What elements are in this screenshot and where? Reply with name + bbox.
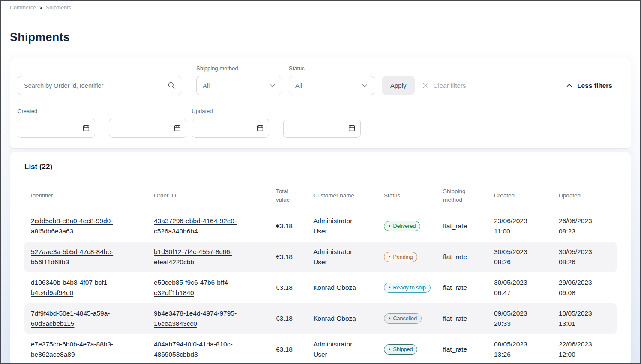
status-badge: Delivered [384, 221, 420, 231]
close-icon [422, 81, 430, 90]
table-row: d106340b-b4b8-4f07-bcf1-b4e4d9af94e0 e50… [24, 272, 617, 303]
status-badge: Pending [384, 252, 417, 262]
apply-button[interactable]: Apply [382, 76, 415, 95]
search-input[interactable] [18, 76, 181, 95]
created-label: Created [18, 107, 186, 115]
column-header-status: Status [384, 191, 443, 200]
identifier-link[interactable]: e7e375cb-6b0b-4e7a-88b3-be862ace8a89 [31, 340, 113, 358]
order-id-link[interactable]: 43a37296-ebbd-4164-92e0-c526a340b6b4 [154, 217, 237, 235]
column-header-created: Created [494, 191, 559, 200]
updated-datetime: 26/06/202308:23 [559, 216, 610, 236]
order-id-link[interactable]: b1d30f12-7f4c-4557-8c66-efeaf4220cbb [154, 248, 232, 266]
column-header-customer-name: Customer name [313, 191, 384, 200]
identifier-link[interactable]: 527aae3a-5b5d-47c8-84be-b56f11d6ffb3 [31, 248, 113, 266]
chevron-up-icon [566, 82, 573, 89]
customer-name: Administrator User [313, 216, 365, 236]
created-datetime: 09/05/202320:33 [494, 308, 559, 329]
clear-filters-label: Clear filters [434, 82, 466, 89]
customer-name: Administrator User [313, 247, 365, 267]
calendar-icon [348, 124, 356, 132]
column-header-updated: Updated [559, 191, 610, 200]
calendar-icon [256, 124, 264, 132]
created-to-field [109, 119, 186, 138]
column-header-identifier: Identifier [31, 191, 154, 200]
shipping-method: flat_rate [443, 346, 494, 353]
clear-filters-button[interactable]: Clear filters [422, 76, 466, 95]
updated-datetime: 10/05/202313:01 [559, 308, 610, 329]
chevron-down-icon [361, 82, 368, 89]
column-header-total-value: Total value [276, 187, 296, 204]
breadcrumb-item-shipments: Shipments [46, 5, 71, 11]
breadcrumb: Commerce > Shipments [1, 1, 640, 11]
order-id-link[interactable]: 9b4e3478-1e4d-4974-9795-16cea3843cc0 [154, 310, 237, 327]
updated-datetime: 29/06/202309:08 [559, 277, 610, 298]
customer-name: Konrad Oboza [313, 313, 365, 324]
status-filter: Status All [289, 64, 374, 95]
created-datetime: 30/05/202308:26 [494, 247, 559, 267]
shipping-method-label: Shipping method [196, 64, 282, 72]
breadcrumb-item-commerce[interactable]: Commerce [10, 5, 36, 11]
calendar-icon [82, 124, 90, 132]
updated-from-field [192, 119, 269, 138]
total-value: €3.18 [276, 222, 313, 230]
breadcrumb-separator-icon: > [39, 5, 42, 10]
created-datetime: 23/06/202311:00 [494, 216, 559, 236]
shipping-method: flat_rate [443, 284, 494, 292]
status-badge: Cancelled [384, 313, 422, 324]
list-title: List (22) [10, 152, 631, 171]
table-row: 7df9f4bd-50e1-4845-a59a-60d3acbeb115 9b4… [24, 303, 617, 334]
divider [547, 66, 547, 95]
identifier-link[interactable]: 2cdd5eb8-e8a0-4ec8-99d0-a8f5db6e3a63 [31, 217, 113, 235]
date-range-separator: – [274, 119, 278, 138]
total-value: €3.18 [276, 284, 313, 292]
date-range-separator: – [100, 119, 104, 138]
chevron-down-icon [269, 82, 276, 89]
identifier-link[interactable]: 7df9f4bd-50e1-4845-a59a-60d3acbeb115 [31, 310, 110, 327]
shipping-method-filter: Shipping method All [196, 64, 282, 95]
less-filters-label: Less filters [577, 82, 612, 90]
table-row: e7e375cb-6b0b-4e7a-88b3-be862ace8a89 404… [24, 334, 617, 364]
created-from-field [18, 119, 95, 138]
page-title: Shipments [10, 31, 640, 44]
shipping-method-select[interactable]: All [196, 76, 282, 95]
search-icon [167, 81, 176, 90]
created-datetime: 08/05/202313:26 [494, 339, 559, 360]
status-badge: Ready to ship [384, 283, 431, 293]
table-header-row: Identifier Order ID Total value Customer… [24, 180, 617, 211]
shipping-method-value: All [203, 82, 210, 89]
updated-date-filter: Updated – [192, 107, 360, 138]
filters-panel: Shipping method All Status All Apply Cl [10, 58, 631, 149]
order-id-link[interactable]: 404ab794-f0f0-41da-810c-4869053cbbd3 [154, 340, 233, 358]
order-id-link[interactable]: e50ceb85-f9c6-47b6-bff4-e32cff1b1840 [154, 279, 230, 296]
status-label: Status [289, 64, 374, 72]
status-select[interactable]: All [289, 76, 374, 95]
shipping-method: flat_rate [443, 253, 494, 261]
created-datetime: 30/05/202306:47 [494, 277, 559, 298]
total-value: €3.18 [276, 315, 313, 322]
less-filters-button[interactable]: Less filters [566, 76, 612, 95]
shipping-method: flat_rate [443, 315, 494, 322]
table-row: 2cdd5eb8-e8a0-4ec8-99d0-a8f5db6e3a63 43a… [24, 211, 617, 242]
updated-datetime: 22/06/202312:00 [559, 339, 610, 360]
table-row: 527aae3a-5b5d-47c8-84be-b56f11d6ffb3 b1d… [24, 242, 617, 272]
total-value: €3.18 [276, 346, 313, 353]
column-header-shipping-method: Shipping method [443, 187, 474, 204]
status-value: All [295, 82, 302, 89]
shipping-method: flat_rate [443, 222, 494, 230]
shipments-list-panel: List (22) Identifier Order ID Total valu… [10, 152, 631, 364]
updated-to-field [283, 119, 361, 138]
customer-name: Administrator User [313, 339, 365, 360]
customer-name: Konrad Oboza [313, 283, 365, 293]
calendar-icon [174, 124, 181, 132]
created-date-filter: Created – [18, 107, 186, 138]
total-value: €3.18 [276, 253, 313, 261]
updated-datetime: 30/05/202308:26 [559, 247, 610, 267]
updated-label: Updated [192, 107, 360, 115]
divider [189, 66, 189, 95]
identifier-link[interactable]: d106340b-b4b8-4f07-bcf1-b4e4d9af94e0 [31, 279, 110, 296]
search-field [18, 76, 181, 95]
status-badge: Shipped [384, 344, 417, 355]
column-header-order-id: Order ID [154, 191, 276, 200]
